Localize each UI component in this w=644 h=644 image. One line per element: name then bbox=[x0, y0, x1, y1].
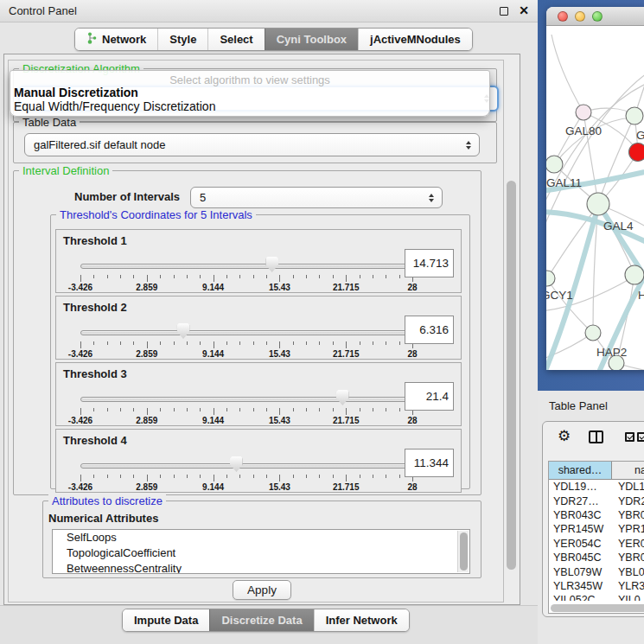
scrollbar-thumb[interactable] bbox=[507, 181, 516, 570]
table-row[interactable]: YBR045CYBR0 bbox=[549, 551, 644, 564]
tab-discretize-data[interactable]: Discretize Data bbox=[209, 609, 313, 631]
dropdown-item-equal-width[interactable]: Equal Width/Frequency Discretization bbox=[10, 100, 489, 114]
threshold-value-field[interactable]: 11.344 bbox=[405, 449, 454, 477]
threshold-slider[interactable]: -3.426 2.859 9.144 15.43 21.715 28 bbox=[79, 322, 414, 359]
tick-label: 21.715 bbox=[333, 416, 360, 425]
node-gal4[interactable] bbox=[587, 193, 609, 215]
network-canvas[interactable]: GAL80 GA GAL11 GAL4 GCY1 H HAP2 bbox=[546, 26, 644, 370]
threshold-value-field[interactable]: 14.713 bbox=[405, 249, 454, 277]
threshold-label: Threshold 2 bbox=[63, 301, 127, 314]
threshold-slider[interactable]: -3.426 2.859 9.144 15.43 21.715 28 bbox=[79, 389, 414, 425]
scrollbar-thumb[interactable] bbox=[460, 532, 468, 571]
threshold-panel: Threshold 4 -3.426 2.859 9.144 15.43 21.… bbox=[55, 429, 462, 493]
slider-handle[interactable] bbox=[265, 257, 278, 272]
threshold-value-field[interactable]: 21.4 bbox=[405, 382, 454, 411]
table-row[interactable]: YER054CYER0 bbox=[549, 537, 644, 551]
zoom-button[interactable] bbox=[592, 11, 603, 22]
slider-handle[interactable] bbox=[336, 390, 349, 405]
numerical-attributes-list[interactable]: SelfLoopsTopologicalCoefficientBetweenne… bbox=[52, 529, 470, 574]
network-graph: GAL80 GA GAL11 GAL4 GCY1 H HAP2 bbox=[546, 26, 644, 370]
tick-label: 21.715 bbox=[333, 283, 360, 292]
slider-tick bbox=[399, 475, 400, 478]
slider-tick bbox=[174, 408, 175, 411]
slider-tick bbox=[160, 475, 161, 478]
threshold-slider[interactable]: -3.426 2.859 9.144 15.43 21.715 28 bbox=[79, 456, 414, 492]
attribute-item[interactable]: BetweennessCentrality bbox=[53, 561, 469, 574]
table-row[interactable]: YBR043CYBR0 bbox=[549, 508, 644, 522]
slider-tick bbox=[214, 408, 214, 415]
slider-tick bbox=[399, 408, 400, 411]
gear-icon[interactable]: ⚙ bbox=[558, 427, 571, 445]
tab-select[interactable]: Select bbox=[207, 29, 264, 50]
table-cell: YDR2 bbox=[612, 495, 644, 507]
threshold-value-field[interactable]: 6.316 bbox=[405, 316, 454, 344]
threshold-slider[interactable]: -3.426 2.859 9.144 15.43 21.715 28 bbox=[79, 256, 414, 292]
slider-ticks bbox=[80, 341, 412, 348]
slider-tick bbox=[133, 475, 134, 478]
slider-handle[interactable] bbox=[177, 323, 190, 339]
column-header-name[interactable]: na bbox=[612, 462, 644, 479]
tab-impute-data[interactable]: Impute Data bbox=[123, 609, 209, 631]
table-row[interactable]: YDR27…YDR2 bbox=[549, 494, 644, 507]
table-cell: YER054C bbox=[549, 538, 612, 550]
group-label: Attributes to discretize bbox=[48, 494, 166, 507]
algorithm-dropdown-popup: Select algorithm to view settings Manual… bbox=[10, 70, 490, 117]
tick-label: 2.859 bbox=[136, 283, 157, 292]
slider-tick bbox=[93, 408, 94, 411]
minimize-button[interactable] bbox=[575, 11, 585, 22]
dropdown-item-manual[interactable]: Manual Discretization bbox=[10, 86, 489, 100]
settings-scrollbar[interactable] bbox=[504, 162, 518, 601]
apply-button[interactable]: Apply bbox=[233, 580, 291, 600]
close-icon[interactable]: ✕ bbox=[519, 3, 529, 17]
node-gal11[interactable] bbox=[546, 156, 563, 173]
number-of-intervals-combobox[interactable]: 5 bbox=[190, 187, 443, 208]
list-scrollbar[interactable] bbox=[457, 531, 469, 572]
slider-tick-labels: -3.426 2.859 9.144 15.43 21.715 28 bbox=[80, 416, 412, 426]
close-button[interactable] bbox=[558, 11, 568, 22]
checkbox-icon[interactable] bbox=[625, 432, 634, 442]
attribute-item[interactable]: SelfLoops bbox=[53, 530, 469, 545]
float-window-icon[interactable] bbox=[500, 7, 508, 16]
tab-infer-network[interactable]: Infer Network bbox=[314, 609, 409, 631]
table-row[interactable]: YIL052CYIL0 bbox=[549, 593, 644, 601]
split-columns-icon[interactable] bbox=[589, 430, 603, 443]
slider-tick bbox=[333, 341, 334, 345]
node[interactable] bbox=[626, 107, 643, 124]
slider-tick bbox=[346, 275, 347, 282]
node-attribute-table: shared… na YDL19…YDL1YDR27…YDR2YBR043CYB… bbox=[548, 461, 644, 614]
attribute-item[interactable]: TopologicalCoefficient bbox=[53, 545, 469, 561]
checkbox-icon[interactable] bbox=[637, 432, 644, 442]
column-header-shared-name[interactable]: shared… bbox=[549, 462, 612, 479]
threshold-label: Threshold 4 bbox=[63, 434, 127, 447]
slider-tick bbox=[174, 341, 175, 345]
slider-tick bbox=[360, 475, 360, 478]
tick-label: 21.715 bbox=[333, 482, 360, 492]
table-row[interactable]: YBL079WYBL0 bbox=[549, 564, 644, 578]
tab-jactivemnodules[interactable]: jActiveMNodules bbox=[358, 29, 472, 50]
table-row[interactable]: YDL19…YDL1 bbox=[549, 480, 644, 494]
tick-label: 2.859 bbox=[136, 482, 157, 492]
table-horizontal-scrollbar[interactable] bbox=[551, 604, 644, 612]
node-gal80[interactable] bbox=[576, 105, 591, 120]
slider-tick-labels: -3.426 2.859 9.144 15.43 21.715 28 bbox=[80, 349, 412, 360]
table-row[interactable]: YPR145WYPR1 bbox=[549, 522, 644, 536]
group-label: Interval Definition bbox=[19, 164, 112, 177]
node-hap2[interactable] bbox=[585, 325, 601, 341]
slider-handle[interactable] bbox=[230, 456, 243, 472]
node-label: GA bbox=[636, 129, 644, 142]
table-row[interactable]: YLR345WYLR3 bbox=[549, 579, 644, 593]
node-selected-red[interactable] bbox=[629, 143, 644, 162]
slider-tick bbox=[80, 408, 81, 415]
tab-style[interactable]: Style bbox=[157, 29, 207, 50]
bottom-tab-segment: Impute Data Discretize Data Infer Networ… bbox=[122, 609, 410, 632]
node-gcy1[interactable] bbox=[546, 271, 555, 286]
table-data-combobox[interactable]: galFiltered.sif default node bbox=[24, 133, 480, 156]
combo-arrows-icon bbox=[466, 141, 471, 150]
slider-tick bbox=[80, 341, 81, 348]
cyni-toolbox-panel: Discretization Algorithm Select algorith… bbox=[3, 54, 520, 605]
tick-label: 28 bbox=[407, 482, 417, 492]
slider-ticks bbox=[80, 408, 412, 415]
tab-cyni-toolbox[interactable]: Cyni Toolbox bbox=[265, 29, 358, 50]
node[interactable] bbox=[625, 265, 644, 284]
tab-network[interactable]: Network bbox=[75, 29, 157, 50]
